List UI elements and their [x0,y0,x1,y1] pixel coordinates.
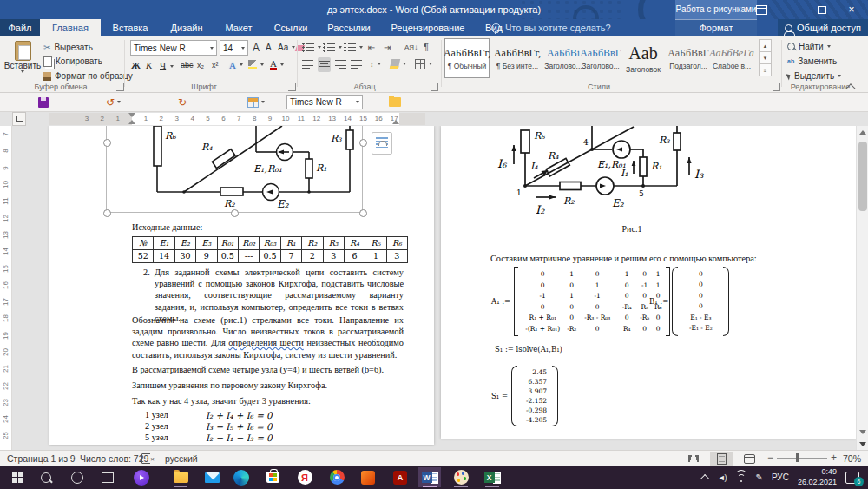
share-button[interactable]: Общий доступ [778,19,868,36]
paragraph-dialog-launcher[interactable] [431,83,438,91]
bullets-button[interactable] [302,41,321,54]
shrink-font-button[interactable]: Аˇ [266,41,274,54]
style-heading2[interactable]: АаБбВвГ Заголово... [582,38,619,78]
vertical-scrollbar[interactable] [856,126,868,450]
start-button[interactable] [6,467,29,487]
tab-review[interactable]: Рецензирование [380,19,476,36]
scrollbar-thumb[interactable] [858,142,867,211]
web-layout-button[interactable] [738,452,760,466]
style-subtle-emphasis[interactable]: АаБбВеГа Слабое в... [711,38,753,78]
multilevel-list-button[interactable] [344,41,363,54]
yandex-browser-button[interactable]: Я [293,467,316,487]
file-explorer-button[interactable] [169,467,192,487]
highlight-button[interactable] [248,58,264,71]
resize-handle-bottom-left[interactable] [103,209,111,217]
clipboard-dialog-launcher[interactable] [116,83,124,91]
increase-indent-button[interactable]: ⇥ [384,41,391,54]
font-dialog-launcher[interactable] [288,83,296,91]
style-heading1[interactable]: АаБбВі Заголово... [546,38,581,78]
align-right-button[interactable] [335,57,346,70]
page-indicator[interactable]: Страница 1 из 9 [7,453,76,465]
font-size-combo[interactable]: 14 [220,40,248,56]
open-button[interactable] [389,95,401,109]
save-button[interactable] [38,95,49,109]
scroll-up-button[interactable] [857,126,868,138]
alice-assistant-button[interactable] [130,467,153,487]
task-view-button[interactable] [96,467,119,487]
style-normal[interactable]: АаБбВвГг, ¶ Обычный [444,38,490,78]
mail-button[interactable] [201,467,223,487]
undo-button[interactable]: ↺ [106,95,121,109]
justify-button[interactable] [351,57,362,70]
layout-options-button[interactable] [372,132,392,155]
chrome-button[interactable] [326,467,348,487]
format-painter-button[interactable]: Формат по образцу [43,69,133,83]
excel-taskbar-button[interactable]: X [481,467,503,487]
zoom-slider-thumb[interactable] [796,453,799,462]
page-2[interactable]: R₆ R₄ E₁,R₀₁ R₁ R₃ R₂ E₂ I₆ I₄ I₂ I₁ I₃ … [441,126,856,439]
scroll-down-button[interactable] [857,426,868,438]
tab-home[interactable]: Главная [40,19,101,36]
first-line-indent-marker[interactable] [128,113,135,117]
italic-button[interactable]: К [146,58,152,71]
text-effects-button[interactable]: А [229,58,243,71]
close-button[interactable]: × [838,0,865,19]
underline-button[interactable]: Ч [160,58,166,71]
network-button[interactable] [735,473,747,482]
styles-scroll-up[interactable]: ▲ [759,39,772,52]
font-family-combo[interactable]: Times New R [130,40,217,56]
change-case-button[interactable]: Аа [278,41,295,54]
restore-button[interactable] [809,0,835,19]
tab-stop-selector[interactable] [12,112,26,126]
minimize-button[interactable] [779,0,806,19]
cortana-button[interactable] [66,467,89,487]
find-button[interactable]: Найти [787,40,831,53]
styles-gallery-expand[interactable]: ≡ [759,63,772,76]
style-subtitle[interactable]: АаБбВвГ Подзагол... [667,38,709,78]
sort-button[interactable]: АЯ↓ [404,41,418,54]
volume-button[interactable]: ◄) [718,473,727,482]
tab-references[interactable]: Ссылки [264,19,318,36]
hanging-indent-marker[interactable] [128,120,135,124]
tab-insert[interactable]: Вставка [101,19,160,36]
zoom-slider-track[interactable] [777,458,827,459]
styles-scroll-down[interactable]: ▼ [759,51,772,64]
tab-layout[interactable]: Макет [214,19,264,36]
circuit-image[interactable]: R₆ R₄ E₁,R₀₁ R₁ R₃ R₂ E₂ [148,126,365,208]
zoom-in-button[interactable]: + [831,452,837,464]
underline-dropdown[interactable] [170,60,174,73]
styles-dialog-launcher[interactable] [773,83,780,91]
borders-button[interactable] [415,57,432,70]
taskbar-search-button[interactable] [35,467,57,487]
line-spacing-button[interactable]: ↕ [370,57,381,70]
hidden-icons-button[interactable] [703,474,709,480]
paint-button[interactable] [450,467,472,487]
proofing-status-icon[interactable] [141,453,153,464]
show-marks-button[interactable]: ¶ [424,40,429,53]
tab-design[interactable]: Дизайн [160,19,214,36]
read-mode-button[interactable] [682,452,705,466]
office-button[interactable] [357,467,379,487]
page-1[interactable]: R₆ R₄ E₁,R₀₁ R₁ R₃ R₂ E₂ Исходные данные… [49,126,434,445]
align-left-button[interactable] [302,57,313,70]
style-no-spacing[interactable]: АаБбВвГг, ¶ Без инте... [491,38,543,78]
tab-format[interactable]: Формат [675,19,757,36]
right-indent-marker[interactable] [392,120,399,124]
shading-button[interactable] [391,57,406,70]
word-taskbar-button[interactable]: W [418,467,441,487]
select-button[interactable]: Выделить [787,69,841,83]
resize-handle-left[interactable] [103,139,111,147]
strikethrough-button[interactable]: abc [181,58,194,71]
store-button[interactable] [261,467,284,487]
cut-button[interactable]: ✂ Вырезать [43,41,93,54]
replace-button[interactable]: ab Заменить [787,55,837,68]
align-center-button[interactable] [318,57,331,72]
resize-handle-bottom-center[interactable] [231,209,239,217]
tab-file[interactable]: Файл [0,19,40,36]
style-title[interactable]: Aab Заголовок [621,38,666,78]
decrease-indent-button[interactable]: ⇤ [368,41,375,54]
font-color-button[interactable]: А [270,58,284,71]
next-page-button[interactable] [857,438,868,450]
horizontal-ruler[interactable]: 321 1234567891011121314151617 [0,112,868,126]
action-center-button[interactable]: 6 [845,472,859,484]
